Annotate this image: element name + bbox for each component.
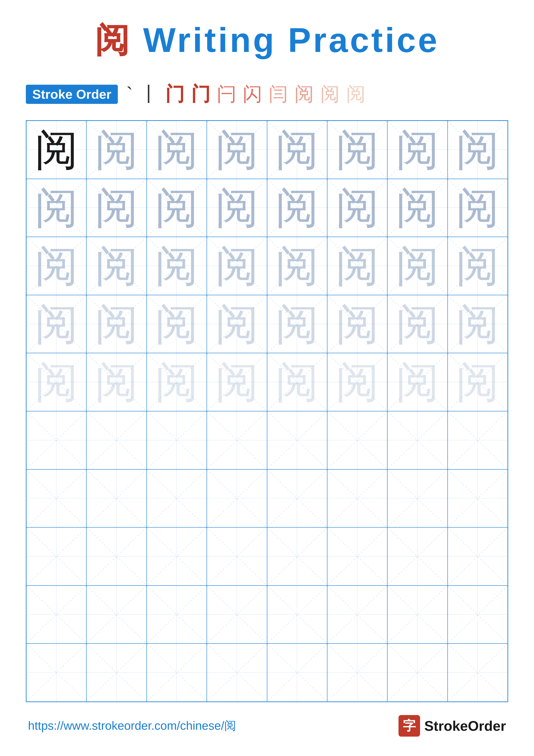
svg-line-138 <box>327 586 387 643</box>
svg-line-155 <box>327 644 387 701</box>
svg-line-104 <box>267 470 327 527</box>
grid-cell: 阅 <box>87 179 146 237</box>
grid-cell: 阅 <box>147 295 207 353</box>
svg-line-105 <box>267 470 327 527</box>
practice-char: 阅 <box>216 128 259 171</box>
svg-line-145 <box>27 644 86 701</box>
stroke-3: 门 <box>165 81 185 107</box>
grid-cell <box>207 643 267 702</box>
svg-line-97 <box>27 470 86 527</box>
svg-line-82 <box>87 411 146 469</box>
grid-cell: 阅 <box>387 353 447 411</box>
grid-cell <box>147 411 207 470</box>
grid-cell <box>147 585 207 644</box>
grid-cell <box>87 585 146 644</box>
svg-line-156 <box>388 644 447 701</box>
svg-line-83 <box>87 411 146 469</box>
practice-char: 阅 <box>155 361 198 404</box>
svg-line-89 <box>267 411 327 469</box>
svg-line-112 <box>27 527 86 585</box>
svg-line-108 <box>388 470 447 527</box>
practice-char: 阅 <box>216 361 259 404</box>
grid-cell <box>447 470 508 527</box>
svg-line-157 <box>388 644 447 701</box>
grid-cell: 阅 <box>87 121 146 179</box>
svg-line-126 <box>448 527 507 585</box>
practice-char: 阅 <box>155 303 198 346</box>
grid-cell <box>447 585 508 644</box>
practice-char: 阅 <box>216 303 259 346</box>
svg-line-129 <box>27 586 86 643</box>
grid-cell <box>207 470 267 527</box>
grid-cell: 阅 <box>207 121 267 179</box>
svg-line-85 <box>147 411 207 469</box>
svg-line-144 <box>27 644 86 701</box>
grid-cell <box>327 527 387 585</box>
svg-line-90 <box>327 411 387 469</box>
practice-char: 阅 <box>456 128 499 171</box>
svg-line-96 <box>27 470 86 527</box>
svg-line-127 <box>448 527 507 585</box>
grid-cell <box>387 411 447 470</box>
svg-line-103 <box>207 470 267 527</box>
practice-grid: 阅阅阅阅阅阅阅阅阅阅阅阅阅阅阅阅阅阅阅阅阅阅阅阅阅阅阅阅阅阅阅阅阅阅阅阅阅阅阅阅 <box>26 120 508 702</box>
grid-cell: 阅 <box>387 237 447 295</box>
grid-cell: 阅 <box>327 237 387 295</box>
practice-char: 阅 <box>396 244 439 287</box>
grid-cell <box>207 527 267 585</box>
svg-line-88 <box>267 411 327 469</box>
grid-cell: 阅 <box>207 179 267 237</box>
svg-line-95 <box>448 411 507 469</box>
grid-cell <box>207 411 267 470</box>
title-char: 阅 <box>95 21 131 59</box>
svg-line-153 <box>267 644 327 701</box>
practice-char: 阅 <box>275 186 318 229</box>
svg-line-102 <box>207 470 267 527</box>
practice-char: 阅 <box>456 186 499 229</box>
grid-cell <box>87 470 146 527</box>
footer-url[interactable]: https://www.strokeorder.com/chinese/阅 <box>28 718 236 734</box>
practice-char: 阅 <box>396 186 439 229</box>
grid-cell: 阅 <box>267 121 327 179</box>
stroke-2: 丨 <box>140 81 159 107</box>
svg-line-152 <box>267 644 327 701</box>
stroke-order-row: Stroke Order ` 丨 门 门 闩 闪 闫 阅 阅 阅 <box>26 81 508 107</box>
grid-cell: 阅 <box>267 179 327 237</box>
grid-cell: 阅 <box>327 353 387 411</box>
svg-line-130 <box>87 586 146 643</box>
grid-cell <box>267 527 327 585</box>
svg-line-93 <box>388 411 447 469</box>
practice-char: 阅 <box>396 361 439 404</box>
practice-char: 阅 <box>216 186 259 229</box>
svg-line-84 <box>147 411 207 469</box>
practice-char: 阅 <box>155 128 198 171</box>
svg-line-131 <box>87 586 146 643</box>
svg-line-117 <box>147 527 207 585</box>
grid-cell: 阅 <box>26 121 87 179</box>
svg-line-100 <box>147 470 207 527</box>
grid-cell <box>87 527 146 585</box>
svg-line-91 <box>327 411 387 469</box>
svg-line-120 <box>267 527 327 585</box>
stroke-10: 阅 <box>346 81 366 107</box>
grid-cell <box>147 470 207 527</box>
grid-cell: 阅 <box>387 121 447 179</box>
svg-line-94 <box>448 411 507 469</box>
grid-cell <box>26 585 87 644</box>
svg-line-80 <box>27 411 86 469</box>
practice-char: 阅 <box>95 361 138 404</box>
stroke-1: ` <box>126 83 133 105</box>
practice-char: 阅 <box>336 186 379 229</box>
svg-line-137 <box>267 586 327 643</box>
svg-line-125 <box>388 527 447 585</box>
svg-line-114 <box>87 527 146 585</box>
practice-char: 阅 <box>155 244 198 287</box>
practice-char: 阅 <box>456 361 499 404</box>
grid-cell: 阅 <box>447 237 508 295</box>
svg-line-81 <box>27 411 86 469</box>
grid-cell <box>387 470 447 527</box>
grid-cell <box>26 527 87 585</box>
grid-cell: 阅 <box>267 353 327 411</box>
svg-line-143 <box>448 586 507 643</box>
practice-char: 阅 <box>275 244 318 287</box>
